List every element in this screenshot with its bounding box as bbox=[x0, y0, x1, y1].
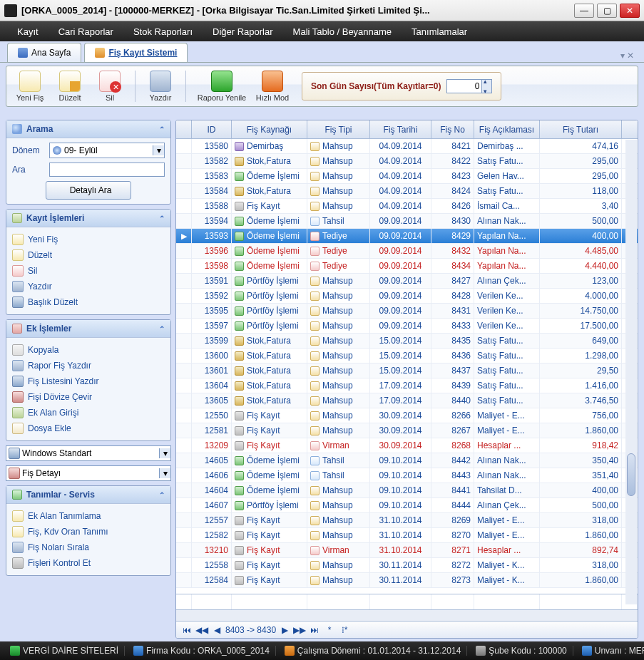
delete-button[interactable]: Sil bbox=[91, 69, 129, 103]
horizontal-scrollbar[interactable] bbox=[176, 609, 638, 621]
refresh-report-button[interactable]: Raporu Yenile bbox=[192, 69, 252, 103]
header-kaynak[interactable]: Fiş Kaynağı bbox=[232, 120, 307, 138]
panel-header[interactable]: Ek İşlemler ⌃ bbox=[6, 320, 170, 338]
pager-add[interactable]: * bbox=[323, 625, 336, 635]
table-row[interactable]: 13600Stok,FaturaMahsup15.09.20148436Satı… bbox=[176, 349, 638, 363]
table-row[interactable]: 13588Fiş KayıtMahsup04.09.20148426İsmail… bbox=[176, 199, 638, 214]
status-branch[interactable]: Şube Kodu : 100000 bbox=[470, 646, 573, 656]
sidebar-item-define-kdv[interactable]: Fiş, Kdv Oran Tanımı bbox=[12, 524, 165, 540]
pager-next-page[interactable]: ▶▶ bbox=[293, 625, 306, 635]
table-row[interactable]: 13583Ödeme İşlemiMahsup04.09.20148423Gel… bbox=[176, 169, 638, 184]
table-row[interactable]: 13599Stok,FaturaMahsup15.09.20148435Satı… bbox=[176, 334, 638, 349]
status-company-code[interactable]: Firma Kodu : ORKA_0005_2014 bbox=[128, 646, 276, 656]
menu-cari-raporlar[interactable]: Cari Raporlar bbox=[48, 26, 123, 37]
print-button[interactable]: Yazdır bbox=[141, 69, 180, 103]
table-row[interactable]: 13596Ödeme İşlemiTediye09.09.20148432Yap… bbox=[176, 244, 638, 259]
tab-ana-sayfa[interactable]: Ana Sayfa bbox=[7, 43, 81, 62]
new-record-button[interactable]: Yeni Fiş bbox=[11, 69, 49, 103]
table-row[interactable]: 12584Fiş KayıtMahsup30.11.20148273Maliye… bbox=[176, 573, 638, 588]
sidebar-item-report-print[interactable]: Rapor Fiş Yazdır bbox=[12, 358, 165, 373]
spinner-buttons[interactable] bbox=[482, 79, 492, 93]
table-row[interactable]: 14604Ödeme İşlemiMahsup09.10.20148441Tah… bbox=[176, 483, 638, 498]
theme-select[interactable]: Windows Standart ▾ bbox=[6, 445, 171, 461]
pager-last[interactable]: ⏭ bbox=[308, 625, 321, 635]
table-row[interactable]: 13598Ödeme İşlemiTediye09.09.20148434Yap… bbox=[176, 259, 638, 274]
panel-header[interactable]: Kayıt İşlemleri ⌃ bbox=[6, 210, 170, 227]
table-row[interactable]: 13604Stok,FaturaMahsup17.09.20148439Satı… bbox=[176, 378, 638, 393]
table-row[interactable]: 13582Stok,FaturaMahsup04.09.20148422Satı… bbox=[176, 154, 638, 169]
sidebar-item-edit[interactable]: Düzelt bbox=[12, 247, 165, 263]
sidebar-item-check-records[interactable]: Fişleri Kontrol Et bbox=[12, 555, 165, 571]
table-row[interactable]: 13605Stok,FaturaMahsup17.09.20148440Satı… bbox=[176, 393, 638, 408]
sidebar-item-attach-file[interactable]: Dosya Ekle bbox=[12, 421, 165, 436]
sidebar-item-sort-numbers[interactable]: Fiş Noları Sırala bbox=[12, 540, 165, 555]
dropdown-icon[interactable]: ▾ bbox=[159, 468, 170, 478]
tab-fis-kayit-sistemi[interactable]: Fiş Kayıt Sistemi bbox=[84, 43, 188, 62]
restore-button[interactable]: ▢ bbox=[597, 4, 617, 18]
status-tax-sites[interactable]: VERGİ DAİRE SİTELERİ bbox=[4, 646, 125, 656]
table-row[interactable]: 13592Pörtföy İşlemiMahsup09.09.20148428V… bbox=[176, 289, 638, 304]
dropdown-icon[interactable]: ▾ bbox=[159, 448, 170, 458]
sidebar-item-delete[interactable]: Sil bbox=[12, 263, 165, 279]
table-row[interactable]: 14606Ödeme İşlemiTahsil09.10.20148443Alı… bbox=[176, 468, 638, 483]
table-row[interactable]: 12582Fiş KayıtMahsup31.10.20148270Maliye… bbox=[176, 528, 638, 543]
close-button[interactable]: ✕ bbox=[620, 4, 640, 18]
panel-header[interactable]: Tanımlar - Servis ⌃ bbox=[6, 486, 170, 504]
sidebar-item-convert-currency[interactable]: Fişi Dövize Çevir bbox=[12, 389, 165, 405]
status-title[interactable]: Unvanı : MERKEZ Orka B ... bbox=[576, 646, 644, 656]
table-row[interactable]: 13584Stok,FaturaMahsup04.09.20148424Satı… bbox=[176, 184, 638, 199]
status-period[interactable]: Çalışma Dönemi : 01.01.2014 - 31.12.2014 bbox=[279, 646, 467, 656]
menu-kayit[interactable]: Kayıt bbox=[7, 26, 48, 37]
donem-select[interactable]: 09- Eylül ▾ bbox=[49, 143, 165, 158]
header-no[interactable]: Fiş No bbox=[431, 120, 474, 138]
search-input[interactable] bbox=[49, 163, 165, 177]
dropdown-icon[interactable]: ▾ bbox=[153, 145, 164, 155]
collapse-icon[interactable]: ⌃ bbox=[159, 325, 165, 333]
sidebar-item-edit-header[interactable]: Başlık Düzelt bbox=[12, 294, 165, 310]
panel-header[interactable]: Arama ⌃ bbox=[6, 120, 170, 138]
minimize-button[interactable]: — bbox=[574, 4, 594, 18]
sidebar-item-define-field[interactable]: Ek Alan Tanımlama bbox=[12, 508, 165, 524]
sidebar-item-list-print[interactable]: Fiş Listesini Yazdır bbox=[12, 373, 165, 389]
edit-button[interactable]: Düzelt bbox=[51, 69, 89, 103]
scrollbar-thumb[interactable] bbox=[627, 453, 635, 496]
pager-sub[interactable]: ⁞* bbox=[338, 625, 351, 635]
sidebar-item-copy[interactable]: Kopyala bbox=[12, 342, 165, 358]
table-row[interactable]: 13601Stok,FaturaMahsup15.09.20148437Satı… bbox=[176, 363, 638, 378]
vertical-scrollbar[interactable] bbox=[625, 140, 637, 604]
header-tarih[interactable]: Fiş Tarihi bbox=[370, 120, 431, 138]
header-selector[interactable] bbox=[176, 120, 192, 138]
collapse-icon[interactable]: ⌃ bbox=[159, 491, 165, 499]
table-row[interactable]: 13591Pörtföy İşlemiMahsup09.09.20148427A… bbox=[176, 274, 638, 289]
header-aciklama[interactable]: Fiş Açıklaması bbox=[474, 120, 540, 138]
last-days-input[interactable] bbox=[446, 79, 482, 93]
detailed-search-button[interactable]: Detaylı Ara bbox=[46, 181, 131, 200]
sidebar-item-print[interactable]: Yazdır bbox=[12, 279, 165, 294]
sidebar-item-new[interactable]: Yeni Fiş bbox=[12, 232, 165, 247]
pager-next[interactable]: ▶ bbox=[278, 625, 291, 635]
pager-prev-page[interactable]: ◀◀ bbox=[195, 625, 208, 635]
collapse-icon[interactable]: ⌃ bbox=[159, 215, 165, 222]
table-row[interactable]: 13580DemirbaşMahsup04.09.20148421Demirba… bbox=[176, 139, 638, 154]
table-row[interactable]: 13595Pörtföy İşlemiMahsup09.09.20148431V… bbox=[176, 304, 638, 319]
table-row[interactable]: 13210Fiş KayıtVirman31.10.20148271Hesapl… bbox=[176, 543, 638, 558]
menu-tanimlamalar[interactable]: Tanımlamalar bbox=[402, 26, 477, 37]
fast-mode-button[interactable]: Hızlı Mod bbox=[253, 69, 292, 103]
table-row[interactable]: 14605Ödeme İşlemiTahsil09.10.20148442Alı… bbox=[176, 453, 638, 468]
grid-body[interactable]: 13580DemirbaşMahsup04.09.20148421Demirba… bbox=[176, 139, 638, 594]
header-tip[interactable]: Fiş Tipi bbox=[307, 120, 370, 138]
pager-prev[interactable]: ◀ bbox=[210, 625, 223, 635]
table-row[interactable]: 13209Fiş KayıtVirman30.09.20148268Hesapl… bbox=[176, 438, 638, 453]
menu-mali-tablo[interactable]: Mali Tablo / Beyanname bbox=[283, 26, 402, 37]
pager-first[interactable]: ⏮ bbox=[180, 625, 193, 635]
table-row[interactable]: 13597Pörtföy İşlemiMahsup09.09.20148433V… bbox=[176, 319, 638, 334]
table-row[interactable]: 12558Fiş KayıtMahsup30.11.20148272Maliye… bbox=[176, 558, 638, 573]
header-tutar[interactable]: Fiş Tutarı bbox=[540, 120, 622, 138]
table-row[interactable]: 13594Ödeme İşlemiTahsil09.09.20148430Alı… bbox=[176, 214, 638, 229]
header-id[interactable]: ID bbox=[192, 120, 232, 138]
tabs-dropdown[interactable]: ▾ ✕ bbox=[618, 49, 637, 62]
table-row[interactable]: 12550Fiş KayıtMahsup30.09.20148266Maliye… bbox=[176, 408, 638, 423]
collapse-icon[interactable]: ⌃ bbox=[159, 125, 165, 133]
sidebar-item-extra-field[interactable]: Ek Alan Girişi bbox=[12, 405, 165, 421]
table-row[interactable]: 14607Pörtföy İşlemiMahsup09.10.20148444A… bbox=[176, 498, 638, 513]
